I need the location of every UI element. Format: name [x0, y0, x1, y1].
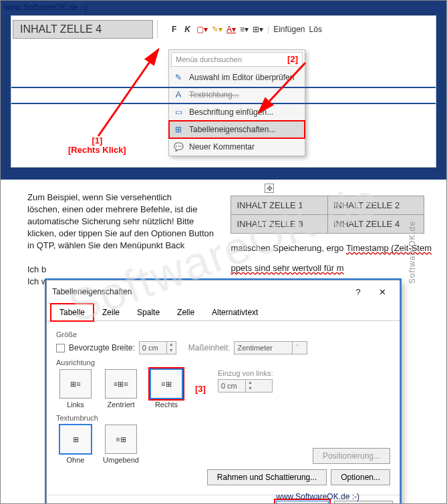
underline-color-icon[interactable]: A▾ — [227, 25, 236, 34]
group-align-label: Ausrichtung — [56, 358, 390, 366]
tab-zelle[interactable]: Zelle — [168, 304, 203, 321]
annotation-2: [2] — [287, 54, 298, 64]
document-text: Zum Beispiel, wenn Sie versehentlich lös… — [27, 192, 218, 293]
caption-icon: ▭ — [173, 107, 184, 117]
paragraph-icon[interactable]: ≡▾ — [240, 25, 249, 34]
bold-button[interactable]: F — [170, 25, 178, 34]
svg-line-1 — [259, 63, 305, 113]
annotation-3: [3] — [195, 384, 206, 394]
mini-format-toolbar: F K ▢▾ ✎▾ A▾ ≡▾ ⊞▾ | Einfügen Lös — [164, 22, 327, 37]
svg-line-0 — [98, 49, 158, 136]
tab-spalte[interactable]: Spalte — [128, 304, 168, 321]
dialog-tabs: Tabelle Zeile Spalte Zelle Alternativtex… — [47, 303, 400, 321]
tab-alternativtext[interactable]: Alternativtext — [203, 304, 267, 321]
comment-icon: 💬 — [173, 142, 184, 152]
unit-label: Maßeinheit: — [188, 343, 231, 352]
watermark-top: www.SoftwareOK.de :-) — [4, 3, 88, 12]
indent-label: Einzug von links: — [218, 369, 273, 377]
pref-width-label: Bevorzugte Breite: — [69, 343, 135, 352]
panel-top-screenshot: INHALT ZELLE 4 F K ▢▾ ✎▾ A▾ ≡▾ ⊞▾ | Einf… — [11, 15, 436, 168]
insert-menu[interactable]: Einfügen — [273, 25, 305, 34]
table-insert-icon[interactable]: ⊞▾ — [253, 25, 263, 34]
highlight-icon[interactable]: ✎▾ — [212, 25, 222, 34]
menu-item-new-comment[interactable]: 💬 Neuer Kommentar — [169, 138, 305, 156]
font-color-icon[interactable]: ▢▾ — [196, 25, 208, 34]
italic-button[interactable]: K — [182, 25, 192, 34]
align-center-option[interactable]: ≡⊞≡ Zentriert — [102, 369, 140, 409]
dialog-help-button[interactable]: ? — [346, 284, 370, 299]
unit-select[interactable]: ⌄ — [234, 341, 307, 354]
table-move-handle[interactable]: ✥ — [265, 184, 274, 193]
menu-item-table-properties[interactable]: ⊞ Tabelleneigenschaften... — [169, 121, 305, 138]
options-button[interactable]: Optionen... — [331, 469, 390, 485]
sample-table: INHALT ZELLE 1INHALT ZELLE 2 INHALT ZELL… — [231, 196, 424, 234]
dialog-title: Tabelleneigenschaften — [52, 287, 346, 296]
watermark-side: SoftwareOK.de — [408, 220, 417, 283]
watermark-bottom: www.SoftwareOK.de :-) — [276, 492, 359, 501]
indent-spinner[interactable]: ▲▼ — [218, 379, 273, 393]
group-size-label: Größe — [56, 330, 390, 338]
annotation-1: [1] [Rechts Klick] — [68, 136, 126, 155]
wrap-around-option[interactable]: ≡⊞ Umgebend — [102, 425, 140, 464]
table-cell-4: INHALT ZELLE 4 — [13, 20, 153, 39]
positioning-button: Positionierung... — [313, 448, 390, 464]
wrap-none-option[interactable]: ⊞ Ohne — [56, 425, 95, 464]
borders-shading-button[interactable]: Rahmen und Schattierung... — [207, 469, 327, 485]
tab-tabelle[interactable]: Tabelle — [51, 304, 94, 321]
group-wrap-label: Textumbruch — [56, 414, 390, 422]
pref-width-spinner[interactable]: ▲▼ — [139, 341, 176, 354]
delete-menu[interactable]: Lös — [309, 25, 322, 34]
dialog-close-button[interactable]: ✕ — [370, 284, 394, 299]
pref-width-checkbox[interactable] — [56, 344, 65, 352]
tab-zeile[interactable]: Zeile — [94, 304, 128, 321]
table-properties-dialog: Tabelleneigenschaften ? ✕ Tabelle Zeile … — [46, 280, 400, 504]
align-right-option[interactable]: ≡⊞ Rechts — [147, 369, 186, 409]
align-left-option[interactable]: ⊞≡ Links — [56, 369, 95, 409]
pen-icon: ✎ — [173, 72, 184, 83]
textdir-icon: A — [173, 89, 184, 100]
table-props-icon: ⊞ — [173, 124, 184, 135]
